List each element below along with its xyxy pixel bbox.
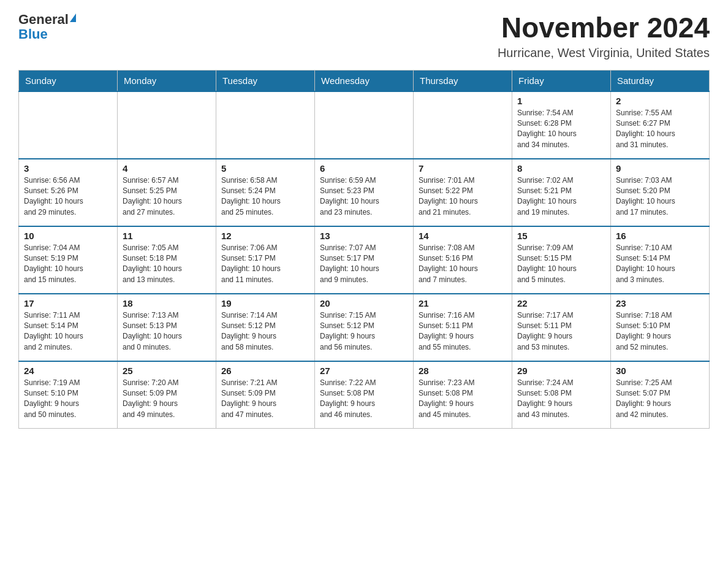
day-number: 6	[320, 163, 408, 174]
day-number: 13	[320, 231, 408, 241]
day-info: Sunrise: 6:57 AM Sunset: 5:25 PM Dayligh…	[123, 175, 211, 218]
calendar-title: November 2024	[498, 12, 710, 44]
day-number: 5	[221, 163, 309, 174]
day-info: Sunrise: 7:25 AM Sunset: 5:07 PM Dayligh…	[616, 378, 704, 421]
day-number: 4	[123, 163, 211, 174]
day-info: Sunrise: 7:11 AM Sunset: 5:14 PM Dayligh…	[24, 310, 112, 353]
day-info: Sunrise: 7:22 AM Sunset: 5:08 PM Dayligh…	[320, 378, 408, 421]
day-number: 15	[517, 231, 605, 241]
calendar-cell: 15Sunrise: 7:09 AM Sunset: 5:15 PM Dayli…	[512, 226, 611, 294]
logo-general-text: General	[18, 12, 69, 27]
title-area: November 2024 Hurricane, West Virginia, …	[498, 12, 710, 60]
day-info: Sunrise: 7:02 AM Sunset: 5:21 PM Dayligh…	[517, 175, 605, 218]
week-row-3: 10Sunrise: 7:04 AM Sunset: 5:19 PM Dayli…	[19, 226, 710, 294]
calendar-cell: 23Sunrise: 7:18 AM Sunset: 5:10 PM Dayli…	[611, 294, 710, 361]
day-number: 8	[517, 163, 605, 174]
calendar-cell: 2Sunrise: 7:55 AM Sunset: 6:27 PM Daylig…	[611, 91, 710, 159]
calendar-cell: 14Sunrise: 7:08 AM Sunset: 5:16 PM Dayli…	[414, 226, 512, 294]
day-header-monday: Monday	[118, 70, 216, 91]
day-info: Sunrise: 7:13 AM Sunset: 5:13 PM Dayligh…	[123, 310, 211, 353]
day-number: 26	[221, 366, 309, 376]
calendar-cell: 7Sunrise: 7:01 AM Sunset: 5:22 PM Daylig…	[414, 159, 512, 226]
day-number: 30	[616, 366, 704, 376]
calendar-cell	[216, 91, 315, 159]
calendar-cell	[19, 91, 118, 159]
calendar-cell	[118, 91, 216, 159]
day-number: 12	[221, 231, 309, 241]
day-number: 2	[616, 96, 704, 106]
calendar-cell: 22Sunrise: 7:17 AM Sunset: 5:11 PM Dayli…	[512, 294, 611, 361]
day-number: 3	[24, 163, 112, 174]
day-info: Sunrise: 7:17 AM Sunset: 5:11 PM Dayligh…	[517, 310, 605, 353]
day-number: 18	[123, 298, 211, 308]
day-info: Sunrise: 7:04 AM Sunset: 5:19 PM Dayligh…	[24, 243, 112, 286]
calendar-cell: 1Sunrise: 7:54 AM Sunset: 6:28 PM Daylig…	[512, 91, 611, 159]
calendar-cell: 20Sunrise: 7:15 AM Sunset: 5:12 PM Dayli…	[315, 294, 414, 361]
page-header: General Blue November 2024 Hurricane, We…	[18, 12, 710, 60]
day-header-saturday: Saturday	[611, 70, 710, 91]
calendar-cell: 17Sunrise: 7:11 AM Sunset: 5:14 PM Dayli…	[19, 294, 118, 361]
day-number: 23	[616, 298, 704, 308]
calendar-cell: 6Sunrise: 6:59 AM Sunset: 5:23 PM Daylig…	[315, 159, 414, 226]
calendar-cell: 25Sunrise: 7:20 AM Sunset: 5:09 PM Dayli…	[118, 361, 216, 429]
calendar-cell: 16Sunrise: 7:10 AM Sunset: 5:14 PM Dayli…	[611, 226, 710, 294]
calendar-cell: 19Sunrise: 7:14 AM Sunset: 5:12 PM Dayli…	[216, 294, 315, 361]
day-number: 19	[221, 298, 309, 308]
day-header-wednesday: Wednesday	[315, 70, 414, 91]
calendar-cell: 9Sunrise: 7:03 AM Sunset: 5:20 PM Daylig…	[611, 159, 710, 226]
day-number: 27	[320, 366, 408, 376]
day-number: 11	[123, 231, 211, 241]
calendar-cell: 11Sunrise: 7:05 AM Sunset: 5:18 PM Dayli…	[118, 226, 216, 294]
calendar-cell: 10Sunrise: 7:04 AM Sunset: 5:19 PM Dayli…	[19, 226, 118, 294]
day-number: 17	[24, 298, 112, 308]
day-info: Sunrise: 6:58 AM Sunset: 5:24 PM Dayligh…	[221, 175, 309, 218]
calendar-cell: 30Sunrise: 7:25 AM Sunset: 5:07 PM Dayli…	[611, 361, 710, 429]
calendar-cell: 26Sunrise: 7:21 AM Sunset: 5:09 PM Dayli…	[216, 361, 315, 429]
logo-blue-text: Blue	[18, 27, 48, 42]
calendar-cell: 8Sunrise: 7:02 AM Sunset: 5:21 PM Daylig…	[512, 159, 611, 226]
logo: General Blue	[18, 12, 76, 42]
week-row-1: 1Sunrise: 7:54 AM Sunset: 6:28 PM Daylig…	[19, 91, 710, 159]
week-row-5: 24Sunrise: 7:19 AM Sunset: 5:10 PM Dayli…	[19, 361, 710, 429]
day-number: 20	[320, 298, 408, 308]
day-header-tuesday: Tuesday	[216, 70, 315, 91]
day-number: 7	[419, 163, 507, 174]
day-info: Sunrise: 7:18 AM Sunset: 5:10 PM Dayligh…	[616, 310, 704, 353]
day-number: 29	[517, 366, 605, 376]
logo-triangle-icon	[70, 13, 76, 22]
calendar-cell: 4Sunrise: 6:57 AM Sunset: 5:25 PM Daylig…	[118, 159, 216, 226]
calendar-cell: 5Sunrise: 6:58 AM Sunset: 5:24 PM Daylig…	[216, 159, 315, 226]
day-number: 22	[517, 298, 605, 308]
day-info: Sunrise: 7:20 AM Sunset: 5:09 PM Dayligh…	[123, 378, 211, 421]
day-info: Sunrise: 7:05 AM Sunset: 5:18 PM Dayligh…	[123, 243, 211, 286]
day-info: Sunrise: 7:54 AM Sunset: 6:28 PM Dayligh…	[517, 108, 605, 151]
calendar-cell: 29Sunrise: 7:24 AM Sunset: 5:08 PM Dayli…	[512, 361, 611, 429]
day-info: Sunrise: 7:07 AM Sunset: 5:17 PM Dayligh…	[320, 243, 408, 286]
day-info: Sunrise: 7:08 AM Sunset: 5:16 PM Dayligh…	[419, 243, 507, 286]
calendar-cell	[315, 91, 414, 159]
day-info: Sunrise: 7:01 AM Sunset: 5:22 PM Dayligh…	[419, 175, 507, 218]
day-number: 14	[419, 231, 507, 241]
day-info: Sunrise: 7:15 AM Sunset: 5:12 PM Dayligh…	[320, 310, 408, 353]
calendar-cell: 13Sunrise: 7:07 AM Sunset: 5:17 PM Dayli…	[315, 226, 414, 294]
calendar-cell: 3Sunrise: 6:56 AM Sunset: 5:26 PM Daylig…	[19, 159, 118, 226]
calendar-cell: 24Sunrise: 7:19 AM Sunset: 5:10 PM Dayli…	[19, 361, 118, 429]
day-info: Sunrise: 6:56 AM Sunset: 5:26 PM Dayligh…	[24, 175, 112, 218]
day-info: Sunrise: 7:16 AM Sunset: 5:11 PM Dayligh…	[419, 310, 507, 353]
day-info: Sunrise: 6:59 AM Sunset: 5:23 PM Dayligh…	[320, 175, 408, 218]
calendar-cell: 28Sunrise: 7:23 AM Sunset: 5:08 PM Dayli…	[414, 361, 512, 429]
day-header-sunday: Sunday	[19, 70, 118, 91]
day-number: 28	[419, 366, 507, 376]
day-number: 1	[517, 96, 605, 106]
day-number: 9	[616, 163, 704, 174]
day-number: 16	[616, 231, 704, 241]
calendar-cell: 27Sunrise: 7:22 AM Sunset: 5:08 PM Dayli…	[315, 361, 414, 429]
calendar-header-row: SundayMondayTuesdayWednesdayThursdayFrid…	[19, 70, 710, 91]
day-info: Sunrise: 7:19 AM Sunset: 5:10 PM Dayligh…	[24, 378, 112, 421]
day-info: Sunrise: 7:21 AM Sunset: 5:09 PM Dayligh…	[221, 378, 309, 421]
day-header-thursday: Thursday	[414, 70, 512, 91]
day-number: 10	[24, 231, 112, 241]
day-info: Sunrise: 7:10 AM Sunset: 5:14 PM Dayligh…	[616, 243, 704, 286]
calendar-cell	[414, 91, 512, 159]
day-number: 25	[123, 366, 211, 376]
